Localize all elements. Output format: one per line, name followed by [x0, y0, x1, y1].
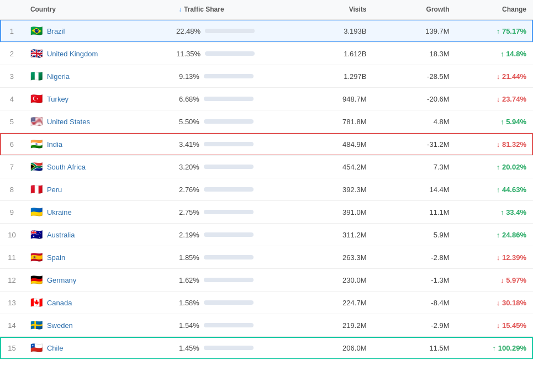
- rank-cell: 13: [0, 292, 24, 314]
- change-cell: ↑ 5.94%: [456, 110, 533, 133]
- country-name[interactable]: Brazil: [47, 27, 65, 35]
- traffic-share-cell: 2.75%: [172, 201, 290, 224]
- traffic-pct-value: 2.19%: [176, 231, 199, 239]
- change-cell: ↑ 14.8%: [456, 43, 533, 65]
- country-cell[interactable]: 🇹🇷 Turkey: [24, 88, 172, 110]
- traffic-table-container: Country ↓Traffic Share Visits Growth Cha…: [0, 0, 533, 359]
- country-name[interactable]: United Kingdom: [47, 50, 98, 58]
- visits-cell: 948.7M: [290, 88, 373, 110]
- traffic-share-cell: 1.85%: [172, 246, 290, 269]
- country-cell[interactable]: 🇳🇬 Nigeria: [24, 65, 172, 88]
- flag-icon: 🇵🇪: [30, 184, 43, 194]
- rank-cell: 10: [0, 224, 24, 246]
- rank-cell: 5: [0, 110, 24, 133]
- table-row: 11 🇪🇸 Spain 1.85% 263.3M-2.8M↓ 12.39%: [0, 246, 533, 269]
- flag-icon: 🇧🇷: [30, 26, 43, 36]
- country-cell[interactable]: 🇺🇸 United States: [24, 110, 172, 133]
- country-cell[interactable]: 🇨🇦 Canada: [24, 292, 172, 314]
- traffic-share-cell: 11.35%: [172, 43, 290, 65]
- change-cell: ↓ 23.74%: [456, 88, 533, 110]
- traffic-share-cell: 6.68%: [172, 88, 290, 110]
- visits-cell: 781.8M: [290, 110, 373, 133]
- table-row: 5 🇺🇸 United States 5.50% 781.8M4.8M↑ 5.9…: [0, 110, 533, 133]
- country-name[interactable]: South Africa: [47, 163, 86, 171]
- country-name[interactable]: Canada: [47, 299, 72, 307]
- traffic-bar-bg: [204, 323, 254, 327]
- country-header[interactable]: Country: [24, 0, 172, 19]
- traffic-bar-bg: [205, 51, 255, 56]
- country-cell[interactable]: 🇵🇪 Peru: [24, 178, 172, 201]
- traffic-share-cell: 1.45%: [172, 337, 290, 359]
- country-cell[interactable]: 🇦🇺 Australia: [24, 224, 172, 246]
- change-cell: ↑ 24.86%: [456, 224, 533, 246]
- traffic-share-cell: 1.54%: [172, 314, 290, 337]
- traffic-bar-bg: [204, 119, 254, 124]
- growth-cell: 139.7M: [373, 19, 456, 43]
- country-name[interactable]: Sweden: [47, 321, 73, 330]
- traffic-bar-bg: [205, 29, 255, 33]
- country-name[interactable]: Peru: [47, 186, 62, 194]
- growth-header[interactable]: Growth: [373, 0, 456, 19]
- change-cell: ↑ 44.63%: [456, 178, 533, 201]
- table-row: 10 🇦🇺 Australia 2.19% 311.2M5.9M↑ 24.86%: [0, 224, 533, 246]
- traffic-share-cell: 1.62%: [172, 269, 290, 292]
- flag-icon: 🇳🇬: [30, 71, 43, 81]
- traffic-pct-value: 1.85%: [176, 253, 199, 262]
- traffic-pct-value: 9.13%: [176, 72, 199, 81]
- change-header[interactable]: Change: [456, 0, 533, 19]
- visits-cell: 206.0M: [290, 337, 373, 359]
- country-name[interactable]: Ukraine: [47, 208, 72, 216]
- table-row: 1 🇧🇷 Brazil 22.48% 3.193B139.7M↑ 75.17%: [0, 19, 533, 43]
- table-row: 14 🇸🇪 Sweden 1.54% 219.2M-2.9M↓ 15.45%: [0, 314, 533, 337]
- country-cell[interactable]: 🇩🇪 Germany: [24, 269, 172, 292]
- traffic-share-cell: 5.50%: [172, 110, 290, 133]
- change-cell: ↓ 21.44%: [456, 65, 533, 88]
- country-cell[interactable]: 🇪🇸 Spain: [24, 246, 172, 269]
- traffic-share-cell: 3.20%: [172, 156, 290, 178]
- country-name[interactable]: Turkey: [47, 95, 68, 103]
- rank-cell: 11: [0, 246, 24, 269]
- country-name[interactable]: United States: [47, 118, 90, 126]
- growth-cell: -28.5M: [373, 65, 456, 88]
- growth-cell: 11.5M: [373, 337, 456, 359]
- change-cell: ↑ 33.4%: [456, 201, 533, 224]
- change-cell: ↓ 81.32%: [456, 133, 533, 156]
- rank-cell: 12: [0, 269, 24, 292]
- traffic-bar-bg: [204, 278, 254, 282]
- country-cell[interactable]: 🇧🇷 Brazil: [24, 19, 172, 43]
- country-name[interactable]: Chile: [47, 344, 64, 352]
- visits-cell: 230.0M: [290, 269, 373, 292]
- visits-cell: 311.2M: [290, 224, 373, 246]
- rank-cell: 1: [0, 19, 24, 43]
- country-cell[interactable]: 🇸🇪 Sweden: [24, 314, 172, 337]
- growth-cell: 5.9M: [373, 224, 456, 246]
- country-cell[interactable]: 🇮🇳 India: [24, 133, 172, 156]
- traffic-table: Country ↓Traffic Share Visits Growth Cha…: [0, 0, 533, 359]
- table-row: 7 🇿🇦 South Africa 3.20% 454.2M7.3M↑ 20.0…: [0, 156, 533, 178]
- change-cell: ↑ 100.29%: [456, 337, 533, 359]
- traffic-pct-value: 3.20%: [176, 163, 199, 171]
- traffic-pct-value: 22.48%: [176, 27, 200, 35]
- flag-icon: 🇿🇦: [30, 162, 43, 172]
- country-name[interactable]: Australia: [47, 231, 75, 239]
- country-cell[interactable]: 🇺🇦 Ukraine: [24, 201, 172, 224]
- visits-header[interactable]: Visits: [290, 0, 373, 19]
- growth-cell: 14.4M: [373, 178, 456, 201]
- table-row: 9 🇺🇦 Ukraine 2.75% 391.0M11.1M↑ 33.4%: [0, 201, 533, 224]
- table-row: 13 🇨🇦 Canada 1.58% 224.7M-8.4M↓ 30.18%: [0, 292, 533, 314]
- country-cell[interactable]: 🇬🇧 United Kingdom: [24, 43, 172, 65]
- country-name[interactable]: Nigeria: [47, 72, 70, 81]
- country-cell[interactable]: 🇨🇱 Chile: [24, 337, 172, 359]
- traffic-pct-value: 1.62%: [176, 276, 199, 284]
- country-name[interactable]: India: [47, 140, 62, 149]
- visits-cell: 484.9M: [290, 133, 373, 156]
- flag-icon: 🇸🇪: [30, 320, 43, 330]
- country-name[interactable]: Spain: [47, 253, 65, 262]
- traffic-share-header[interactable]: ↓Traffic Share: [172, 0, 290, 19]
- flag-icon: 🇹🇷: [30, 94, 43, 104]
- traffic-share-cell: 2.76%: [172, 178, 290, 201]
- country-name[interactable]: Germany: [47, 276, 76, 284]
- country-cell[interactable]: 🇿🇦 South Africa: [24, 156, 172, 178]
- visits-cell: 219.2M: [290, 314, 373, 337]
- rank-header: [0, 0, 24, 19]
